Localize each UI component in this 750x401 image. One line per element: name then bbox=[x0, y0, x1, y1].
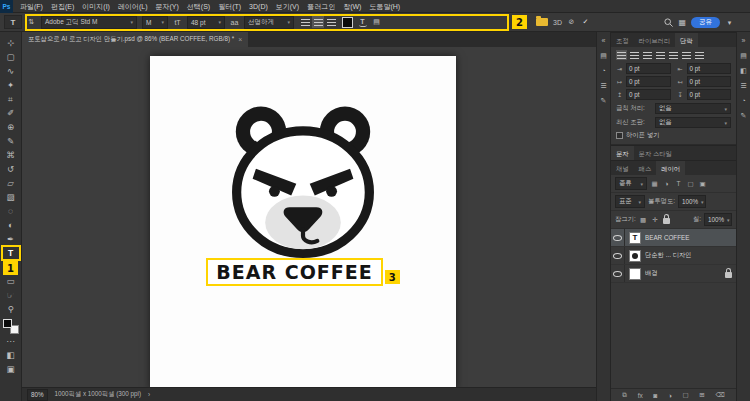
indent-right-field[interactable]: ⇤0 pt bbox=[677, 63, 732, 74]
tab-layers[interactable]: 레이어 bbox=[656, 161, 685, 175]
logo-text[interactable]: BEAR COFFEE bbox=[206, 258, 382, 286]
anti-alias-select[interactable]: 선명하게 bbox=[244, 16, 294, 29]
space-before-field[interactable]: ↤0 pt bbox=[677, 76, 732, 87]
menu-help[interactable]: 도움말(H) bbox=[365, 0, 404, 13]
lock-position-icon[interactable]: ✛ bbox=[651, 216, 660, 224]
canvas[interactable]: BEAR COFFEE 3 bbox=[150, 56, 456, 387]
gradients-panel-icon[interactable]: ☰ bbox=[740, 82, 746, 90]
new-layer-icon[interactable]: ⊞ bbox=[699, 391, 704, 399]
properties-panel-icon[interactable]: ◔ bbox=[601, 67, 605, 75]
menu-edit[interactable]: 편집(E) bbox=[47, 0, 78, 13]
warp-text-icon[interactable]: T bbox=[358, 18, 367, 27]
filter-shape-icon[interactable]: ▢ bbox=[686, 180, 695, 188]
tab-paths[interactable]: 패스 bbox=[634, 161, 657, 175]
layer-row-bear-coffee[interactable]: T BEAR COFFEE bbox=[611, 229, 736, 247]
chevron-down-icon[interactable]: ▾ bbox=[725, 19, 734, 27]
share-button[interactable]: 공유 bbox=[691, 17, 720, 28]
space-after-value[interactable]: 0 pt bbox=[626, 89, 671, 100]
align-right-button[interactable] bbox=[325, 16, 337, 28]
gradient-tool[interactable]: ▨ bbox=[2, 190, 20, 204]
type-tool[interactable]: T bbox=[2, 246, 20, 260]
kinsoku-select[interactable]: 없음 bbox=[655, 103, 731, 114]
menu-file[interactable]: 파일(F) bbox=[16, 0, 47, 13]
workspace-layout-icon[interactable]: ▦ bbox=[678, 18, 686, 27]
history-brush-tool[interactable]: ↺ bbox=[2, 162, 20, 176]
filter-type-icon[interactable]: T bbox=[674, 180, 683, 187]
quick-selection-tool[interactable]: ✦ bbox=[2, 78, 20, 92]
screen-mode-icon[interactable]: ▣ bbox=[2, 362, 20, 376]
composer-select[interactable]: 없음 bbox=[655, 117, 731, 128]
search-icon[interactable] bbox=[664, 18, 673, 27]
delete-layer-icon[interactable]: ⌫ bbox=[715, 391, 724, 399]
align-center-button[interactable] bbox=[312, 16, 324, 28]
filter-adjustment-icon[interactable]: ◑ bbox=[662, 180, 671, 187]
status-chevron-icon[interactable]: › bbox=[148, 391, 150, 398]
patterns-panel-icon[interactable]: ◔ bbox=[741, 97, 745, 105]
tab-adjustments[interactable]: 조정 bbox=[611, 33, 634, 47]
tab-character[interactable]: 문자 bbox=[611, 146, 634, 160]
marquee-tool[interactable]: ▢ bbox=[2, 50, 20, 64]
hyphenate-checkbox[interactable] bbox=[616, 132, 623, 139]
layer-row-background[interactable]: 배경 bbox=[611, 265, 736, 283]
layer-style-fx-icon[interactable]: fx bbox=[638, 392, 643, 399]
pen-tool[interactable]: ✒ bbox=[2, 232, 20, 246]
indent-right-value[interactable]: 0 pt bbox=[687, 63, 732, 74]
image-layer-thumbnail[interactable] bbox=[629, 250, 641, 262]
para-justify-right-button[interactable] bbox=[681, 50, 692, 60]
foreground-color-chip[interactable] bbox=[3, 319, 12, 328]
smudge-tool[interactable]: ◌ bbox=[2, 204, 20, 218]
indent-firstline-value[interactable]: 0 pt bbox=[626, 76, 671, 87]
new-group-icon[interactable]: ▢ bbox=[683, 391, 689, 399]
para-justify-left-button[interactable] bbox=[655, 50, 666, 60]
close-tab-icon[interactable]: × bbox=[238, 36, 242, 43]
font-family-select[interactable]: Adobe 고딕 Std M bbox=[41, 16, 137, 29]
menu-3d[interactable]: 3D(D) bbox=[245, 0, 272, 13]
menu-type[interactable]: 문자(Y) bbox=[151, 0, 182, 13]
align-left-button[interactable] bbox=[299, 16, 311, 28]
healing-brush-tool[interactable]: ⊕ bbox=[2, 120, 20, 134]
history-panel-icon[interactable]: ▤ bbox=[600, 52, 607, 60]
fill-select[interactable]: 100% bbox=[704, 213, 732, 226]
tab-channels[interactable]: 채널 bbox=[611, 161, 634, 175]
edit-toolbar-icon[interactable]: ⋯ bbox=[2, 334, 20, 348]
zoom-tool[interactable]: ⚲ bbox=[2, 302, 20, 316]
menu-plugins[interactable]: 플러그인 bbox=[303, 0, 339, 13]
lasso-tool[interactable]: ∿ bbox=[2, 64, 20, 78]
folder-icon[interactable] bbox=[536, 18, 548, 26]
tab-libraries[interactable]: 라이브러리 bbox=[634, 33, 675, 47]
crop-tool[interactable]: ⌗ bbox=[2, 92, 20, 106]
filter-smart-icon[interactable]: ▣ bbox=[698, 180, 707, 188]
tab-character-styles[interactable]: 문자 스타일 bbox=[634, 146, 677, 160]
menu-view[interactable]: 보기(V) bbox=[272, 0, 303, 13]
para-justify-center-button[interactable] bbox=[668, 50, 679, 60]
blend-mode-select[interactable]: 표준 bbox=[615, 195, 645, 208]
menu-window[interactable]: 창(W) bbox=[339, 0, 365, 13]
layer-kind-select[interactable]: 종류 bbox=[615, 177, 647, 190]
opacity-select[interactable]: 100% bbox=[678, 195, 706, 208]
commit-edit-icon[interactable]: ✓ bbox=[581, 18, 590, 26]
indent-left-field[interactable]: ⇥0 pt bbox=[616, 63, 671, 74]
drop-cap-field[interactable]: ↧0 pt bbox=[677, 89, 732, 100]
space-after-field[interactable]: ↥0 pt bbox=[616, 89, 671, 100]
brush-tool[interactable]: ✎ bbox=[2, 134, 20, 148]
menu-layer[interactable]: 레이어(L) bbox=[114, 0, 152, 13]
visibility-eye-icon[interactable] bbox=[611, 265, 625, 282]
learn-panel-icon[interactable]: ✎ bbox=[741, 112, 747, 120]
tab-paragraph[interactable]: 단락 bbox=[675, 33, 698, 47]
tool-preset-icon[interactable]: T bbox=[4, 15, 22, 29]
zoom-level-field[interactable]: 80% bbox=[27, 389, 48, 401]
menu-filter[interactable]: 필터(T) bbox=[214, 0, 245, 13]
indent-left-value[interactable]: 0 pt bbox=[626, 63, 671, 74]
drop-cap-value[interactable]: 0 pt bbox=[687, 89, 732, 100]
text-color-swatch[interactable] bbox=[342, 17, 353, 28]
eraser-tool[interactable]: ▱ bbox=[2, 176, 20, 190]
move-tool[interactable]: ⊹ bbox=[2, 36, 20, 50]
adjustment-layer-icon[interactable]: ◑ bbox=[668, 392, 672, 399]
layer-row-bear-design[interactable]: 단순한 ... 디자인 bbox=[611, 247, 736, 265]
lock-all-icon[interactable] bbox=[663, 218, 670, 224]
shape-tool[interactable]: ▭ bbox=[2, 274, 20, 288]
background-layer-thumbnail[interactable] bbox=[629, 268, 641, 280]
quick-mask-icon[interactable]: ◧ bbox=[2, 348, 20, 362]
para-align-left-button[interactable] bbox=[616, 50, 627, 60]
link-layers-icon[interactable]: ⧉ bbox=[622, 391, 627, 399]
